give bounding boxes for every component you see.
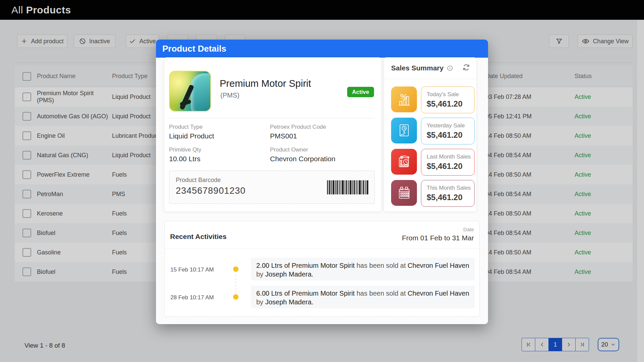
bar-chart-percent-icon (391, 86, 417, 112)
product-info-panel: Premium Motor Spirit (PMS) Active Produc… (164, 57, 381, 212)
sales-card-value: $5,461.20 (427, 193, 474, 202)
activity-time: 28 Feb 10:17 AM (170, 294, 234, 301)
date-label: Date (463, 227, 474, 232)
field-petroex-code: Petroex Product Code PMS001 (270, 124, 371, 140)
sales-card-this-month: This Month Sales $5,461.20 (384, 179, 476, 209)
divider (384, 79, 476, 79)
divider (169, 118, 375, 118)
svg-text:$: $ (403, 130, 405, 134)
product-image (169, 71, 211, 112)
recent-activities-title: Recent Activities (170, 233, 226, 241)
info-icon[interactable] (447, 65, 453, 71)
timeline-dot (233, 266, 238, 272)
product-status-badge: Active (347, 87, 374, 97)
field-product-type: Product Type Liquid Product (169, 124, 270, 140)
activity-item: 2.00 Ltrs of Premium Motor Spirit has be… (251, 258, 475, 281)
sales-card-label: This Month Sales (427, 185, 474, 191)
sales-summary-title: Sales Summary (391, 64, 443, 72)
activity-item: 6.00 Ltrs of Premium Motor Spirit has be… (251, 286, 475, 308)
clock-dollar-hand-icon: $ (391, 118, 417, 143)
sales-card-yesterday: $ Yesterday Sale $5,461.20 (384, 117, 476, 147)
sales-card-last-month: Last Month Sales $5,461.20 (384, 148, 476, 178)
timeline-dot (233, 294, 238, 300)
modal-title: Product Details (162, 44, 226, 54)
refresh-icon[interactable] (462, 63, 470, 71)
field-primitive-qty: Primitive Qty 10.00 Ltrs (169, 146, 270, 163)
sales-card-label: Last Month Sales (427, 154, 474, 160)
field-product-owner: Product Owner Chevron Corporation (270, 146, 371, 163)
sales-summary-header: Sales Summary (391, 64, 453, 72)
barcode-image (327, 180, 368, 194)
date-range: From 01 Feb to 31 Mar (402, 234, 474, 242)
product-name: Premium Motor Spirit (220, 78, 311, 89)
activity-time: 15 Feb 10:17 AM (170, 266, 234, 273)
sales-card-label: Yesterday Sale (427, 122, 474, 129)
product-abbreviation: (PMS) (220, 92, 239, 99)
sales-card-value: $5,461.20 (427, 99, 474, 109)
barcode-value: 2345678901230 (176, 186, 246, 196)
recent-activities-panel: Recent Activities Date From 01 Feb to 31… (164, 221, 480, 317)
product-details-modal: Product Details Premium Motor Spirit (PM… (156, 40, 488, 324)
calendar-clock-icon (391, 149, 417, 175)
sales-summary-panel: Sales Summary Today's Sale $5,461.20 $ Y… (384, 57, 476, 212)
sales-card-label: Today's Sale (427, 91, 474, 98)
sales-card-value: $5,461.20 (427, 130, 474, 140)
product-barcode-section: Product Barcode 2345678901230 (169, 171, 375, 204)
calendar-grid-icon (391, 180, 417, 206)
modal-header: Product Details (156, 40, 488, 58)
sales-card-value: $5,461.20 (427, 162, 474, 171)
sales-card-today: Today's Sale $5,461.20 (384, 85, 476, 116)
divider (165, 248, 479, 249)
barcode-label: Product Barcode (176, 177, 221, 184)
